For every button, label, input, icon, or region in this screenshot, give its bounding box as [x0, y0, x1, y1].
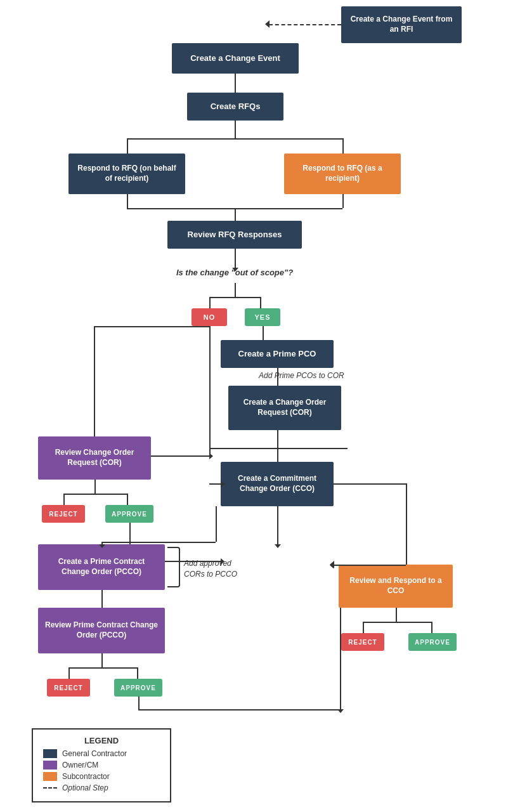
- no-button[interactable]: NO: [192, 308, 227, 326]
- create-change-event-box: Create a Change Event: [172, 43, 299, 74]
- line-approve2-extra: [138, 697, 140, 709]
- legend-item-gc: General Contractor: [43, 749, 160, 758]
- arrow-left-rfi: [265, 20, 270, 28]
- question-text: Is the change "out of scope"?: [140, 268, 330, 277]
- line-cor-to-split: [277, 430, 278, 448]
- line-approve3-down: [431, 622, 432, 633]
- review-respond-cco-box: Review and Respond to a CCO: [339, 565, 453, 608]
- reject1-button[interactable]: REJECT: [42, 505, 85, 523]
- line-right-respond: [342, 138, 344, 154]
- review-pcco-box: Review Prime Contract Change Order (PCCO…: [38, 608, 165, 653]
- line-approve2-right: [138, 709, 340, 710]
- line-review-cco-down: [396, 608, 397, 622]
- line-no-to-left: [94, 326, 209, 327]
- line-q-down: [235, 283, 236, 297]
- legend-item-owner: Owner/CM: [43, 761, 160, 769]
- line-cco-pcco: [277, 506, 278, 544]
- line-split-h: [127, 138, 342, 140]
- add-cors-label: Add approvedCORs to PCCO: [184, 558, 237, 580]
- create-change-event-rfi-box: Create a Change Event from an RFI: [341, 6, 462, 43]
- line-dummy-right: [340, 608, 341, 709]
- create-prime-pco-box: Create a Prime PCO: [221, 340, 334, 368]
- line-reject-approve-split: [63, 494, 127, 495]
- line-ce-rfqs: [235, 74, 236, 93]
- line-approve2-down: [137, 667, 138, 679]
- line-left-respond: [127, 138, 128, 154]
- line-no-down-long: [209, 326, 211, 455]
- line-cor-h: [209, 448, 348, 449]
- legend-item-optional: Optional Step: [43, 783, 160, 792]
- dashed-line-rfi: [269, 24, 341, 25]
- line-rfqs-split: [235, 121, 236, 138]
- legend-swatch-owner: [43, 761, 57, 769]
- legend-swatch-gc: [43, 749, 57, 758]
- line-recipient-down: [342, 194, 344, 208]
- review-cor-box: Review Change Order Request (COR): [38, 436, 151, 480]
- legend-title: LEGEND: [43, 736, 160, 745]
- line-review-cor-down: [94, 480, 96, 494]
- line-reject2-down: [68, 667, 70, 679]
- add-prime-pcos-label: Add Prime PCOs to COR: [259, 371, 344, 380]
- pcco-bracket: [167, 547, 180, 587]
- line-no-yes: [209, 297, 260, 298]
- line-yes-pco: [263, 326, 264, 340]
- reject2-button[interactable]: REJECT: [47, 679, 90, 697]
- arrow-into-review-cco: [330, 561, 334, 568]
- legend-item-sub: Subcontractor: [43, 772, 160, 781]
- line-reject1-down: [63, 494, 65, 505]
- line-cco-pcco-h: [101, 542, 216, 543]
- legend: LEGEND General Contractor Owner/CM Subco…: [32, 728, 171, 802]
- review-rfq-responses-box: Review RFQ Responses: [167, 221, 302, 249]
- line-cor-cco: [277, 448, 278, 462]
- respond-rfq-behalf-box: Respond to RFQ (on behalf of recipient): [68, 154, 185, 194]
- respond-rfq-recipient-box: Respond to RFQ (as a recipient): [284, 154, 401, 194]
- create-rfqs-box: Create RFQs: [187, 93, 283, 121]
- legend-dashed: [43, 787, 57, 789]
- line-right-down: [406, 483, 407, 565]
- line-yes-down: [260, 297, 261, 308]
- line-pcco-review: [101, 590, 103, 608]
- create-cco-box: Create a Commitment Change Order (CCO): [221, 462, 334, 506]
- line-no-down: [209, 297, 211, 308]
- legend-swatch-sub: [43, 772, 57, 781]
- create-pcco-box: Create a Prime Contract Change Order (PC…: [38, 544, 165, 590]
- line-review-question: [235, 249, 236, 268]
- line-merge-down: [235, 208, 236, 221]
- approve2-button[interactable]: APPROVE: [114, 679, 162, 697]
- yes-button[interactable]: YES: [245, 308, 280, 326]
- line-review-cco-split: [363, 622, 431, 623]
- approve1-button[interactable]: APPROVE: [105, 505, 153, 523]
- create-cor-box: Create a Change Order Request (COR): [228, 386, 341, 430]
- diagram-container: Create a Change Event from an RFI Create…: [0, 0, 520, 812]
- line-cco-right: [334, 483, 406, 485]
- line-to-review-cco: [334, 565, 406, 566]
- line-behalf-down: [127, 194, 128, 208]
- line-cco-down-left: [216, 506, 217, 542]
- line-review-pcco-down: [101, 653, 103, 667]
- reject3-button[interactable]: REJECT: [341, 633, 384, 651]
- line-approve1-down: [127, 494, 128, 505]
- line-reject3-down: [363, 622, 364, 633]
- line-cco-pcco-arrowdown: [101, 542, 103, 544]
- line-pco-cor: [277, 368, 278, 386]
- line-pcco-split: [68, 667, 137, 669]
- line-cor-right-cco: [209, 483, 221, 485]
- approve3-button[interactable]: APPROVE: [408, 633, 457, 651]
